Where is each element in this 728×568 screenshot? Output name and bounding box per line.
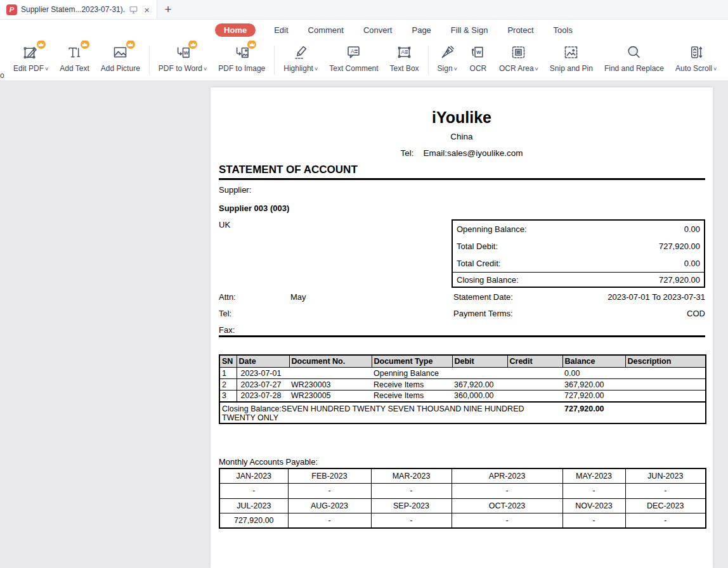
summary-value: 0.00	[684, 224, 700, 234]
cell: 367,920.00	[562, 379, 625, 390]
summary-label: Total Credit:	[457, 259, 500, 268]
find-and-replace-button[interactable]: Find and Replace	[599, 43, 670, 73]
eye-protection-mode-button[interactable]: Eye Protection Mo	[722, 43, 728, 73]
tool-label: PDF to Image	[218, 64, 265, 73]
summary-label: Closing Balance:	[457, 275, 519, 285]
document-tab[interactable]: P Supplier Statem...2023-07-31).pdf ×	[0, 0, 157, 19]
cell: -	[371, 484, 452, 499]
tool-label: Sign	[438, 64, 453, 73]
payment-terms-value: COD	[687, 309, 705, 318]
cell	[625, 379, 706, 390]
tool-label: OCR	[470, 64, 487, 73]
cell: NOV-2023	[562, 498, 625, 513]
supplier-name: Supplier 003 (003)	[219, 203, 289, 213]
svg-text:A: A	[401, 49, 405, 55]
summary-value: 0.00	[684, 259, 700, 268]
ribbon-tab-convert[interactable]: Convert	[362, 23, 394, 37]
ocr-area-icon	[510, 44, 527, 61]
cell: DEC-2023	[625, 498, 706, 513]
company-country: China	[211, 132, 713, 141]
monthly-payable-table: JAN-2023 FEB-2023 MAR-2023 APR-2023 MAY-…	[219, 468, 706, 529]
cell	[507, 390, 562, 402]
cell: JUN-2023	[625, 468, 706, 484]
pdf-to-image-button[interactable]: PDF to Image	[212, 43, 271, 73]
col-header: Document No.	[289, 355, 372, 368]
toolbar-divider	[149, 46, 150, 75]
section-rule	[219, 335, 705, 337]
highlight-button[interactable]: Highlight˅	[278, 43, 323, 73]
highlight-icon	[292, 44, 309, 61]
toolbar-divider	[274, 46, 275, 75]
cell: -	[371, 513, 452, 529]
ocr-icon: W	[469, 44, 486, 61]
cell: -	[625, 484, 706, 499]
col-header: Description	[625, 355, 706, 368]
add-picture-button[interactable]: Add Picture	[95, 43, 146, 73]
ribbon-tab-home[interactable]: Home	[215, 23, 256, 37]
svg-text:W: W	[183, 50, 188, 56]
detach-window-icon[interactable]	[129, 6, 138, 14]
text-box-button[interactable]: A Text Box	[384, 43, 425, 73]
ribbon-tab-page[interactable]: Page	[410, 23, 432, 37]
add-text-button[interactable]: Add Text	[54, 43, 94, 73]
ribbon-tab-comment[interactable]: Comment	[307, 23, 345, 37]
text-comment-button[interactable]: A Text Comment	[323, 43, 384, 73]
tab-bar: P Supplier Statem...2023-07-31).pdf × +	[0, 0, 728, 20]
cell: 2023-07-27	[237, 379, 289, 390]
table-row: JAN-2023 FEB-2023 MAR-2023 APR-2023 MAY-…	[219, 468, 706, 484]
edit-pdf-button[interactable]: Edit PDF˅	[8, 43, 54, 73]
summary-value: 727,920.00	[659, 275, 700, 285]
title-rule	[219, 178, 705, 180]
close-tab-icon[interactable]: ×	[142, 4, 152, 16]
snip-and-pin-button[interactable]: Snip and Pin	[544, 43, 599, 73]
statement-title: STATEMENT OF ACCOUNT	[219, 164, 358, 176]
tool-label: OCR Area	[499, 64, 534, 73]
ribbon-tab-fill-sign[interactable]: Fill & Sign	[450, 23, 490, 37]
tool-label: PDF to Word	[159, 64, 202, 73]
statement-date-label: Statement Date:	[453, 292, 513, 302]
summary-row: Total Credit: 0.00	[453, 255, 704, 272]
cell: -	[562, 484, 625, 499]
cell: -	[452, 484, 562, 499]
attn-label: Attn:	[219, 292, 236, 302]
cell: 367,920.00	[452, 379, 507, 390]
ribbon-tab-edit[interactable]: Edit	[273, 23, 289, 37]
ocr-area-button[interactable]: OCR Area˅	[493, 43, 544, 73]
payment-terms-label: Payment Terms:	[453, 309, 513, 318]
tool-label: Snip and Pin	[550, 64, 593, 73]
tool-label: Text Comment	[329, 64, 378, 73]
cell	[507, 368, 562, 379]
summary-row: Total Debit: 727,920.00	[453, 238, 704, 255]
cell: FEB-2023	[288, 468, 371, 484]
cell	[625, 368, 706, 379]
ribbon-tab-protect[interactable]: Protect	[506, 23, 535, 37]
cell	[289, 368, 372, 379]
pdf-page: iYoulike China Tel: Email:sales@iyoulike…	[211, 87, 713, 568]
col-header: Credit	[507, 355, 562, 368]
supplier-label: Supplier:	[219, 185, 251, 195]
cell: SEP-2023	[371, 498, 452, 513]
info-row-tel: Tel: Payment Terms: COD	[219, 309, 705, 319]
info-row-fax: Fax:	[219, 325, 705, 335]
tool-label: Auto Scroll	[675, 64, 712, 73]
ribbon-tab-tools[interactable]: Tools	[552, 23, 574, 37]
pdf-to-word-button[interactable]: W PDF to Word˅	[153, 43, 212, 73]
chevron-down-icon: ˅	[454, 66, 457, 72]
chevron-down-icon: ˅	[45, 66, 48, 72]
document-viewport[interactable]: iYoulike China Tel: Email:sales@iyoulike…	[0, 81, 728, 568]
cell: Openning Balance	[372, 368, 452, 379]
auto-scroll-button[interactable]: Auto Scroll˅	[670, 43, 722, 73]
summary-label: Openning Balance:	[457, 224, 527, 234]
ocr-button[interactable]: W OCR	[463, 43, 493, 73]
new-tab-button[interactable]: +	[157, 0, 179, 19]
cell: 727,920.00	[219, 513, 288, 529]
text-comment-icon: A	[345, 44, 362, 61]
chevron-down-icon: ˅	[204, 66, 207, 72]
summary-value: 727,920.00	[659, 242, 700, 251]
sign-button[interactable]: Sign˅	[432, 43, 463, 73]
table-row: 3 2023-07-28 WR230005 Receive Items 360,…	[219, 390, 706, 402]
col-header: SN	[219, 355, 237, 368]
company-contact-line: Tel: Email:sales@iyoulike.com	[211, 148, 713, 158]
cell: AUG-2023	[288, 498, 371, 513]
statement-date-value: 2023-07-01 To 2023-07-31	[608, 292, 705, 302]
